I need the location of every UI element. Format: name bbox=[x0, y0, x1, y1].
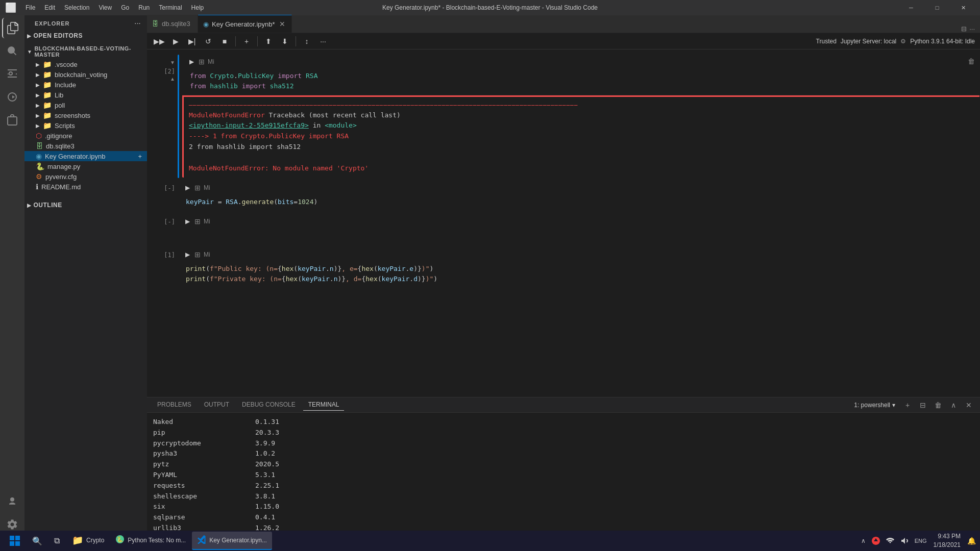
systray-notifications-icon[interactable]: 🔔 bbox=[965, 535, 977, 547]
sidebar-item-poll[interactable]: ▶ 📁 poll bbox=[24, 100, 147, 110]
menu-file[interactable]: File bbox=[21, 3, 39, 12]
maximize-button[interactable]: □ bbox=[925, 0, 949, 15]
tab-keygen[interactable]: ◉ Key Generator.ipynb* ✕ bbox=[198, 15, 292, 33]
sidebar-item-screenshots[interactable]: ▶ 📁 screenshots bbox=[24, 110, 147, 120]
menu-terminal[interactable]: Terminal bbox=[155, 3, 186, 12]
tab-debug-console[interactable]: DEBUG CONSOLE bbox=[237, 399, 301, 411]
tab-output[interactable]: OUTPUT bbox=[199, 399, 234, 411]
new-file-icon[interactable]: + bbox=[138, 153, 142, 160]
run-button[interactable]: ▶ bbox=[168, 35, 183, 47]
tab-close-icon[interactable]: ✕ bbox=[278, 19, 286, 29]
kill-terminal-button[interactable]: 🗑 bbox=[932, 399, 944, 411]
python-taskbar-icon: 🐍 bbox=[115, 535, 125, 546]
open-editors-header[interactable]: ▶ OPEN EDITORS bbox=[24, 31, 147, 41]
tab-terminal[interactable]: TERMINAL bbox=[303, 399, 345, 411]
main-editor: 🗄 db.sqlite3 ◉ Key Generator.ipynb* ✕ ⊟ … bbox=[147, 15, 980, 540]
minimize-button[interactable]: ─ bbox=[899, 0, 923, 15]
cell-2-format-icon[interactable]: ⊞ bbox=[199, 58, 205, 66]
more-actions-button[interactable]: ··· bbox=[316, 35, 330, 47]
cell-print-format-icon[interactable]: ⊞ bbox=[194, 251, 201, 259]
menu-help[interactable]: Help bbox=[187, 3, 208, 12]
cell-2-code[interactable]: from Crypto.PublicKey import RSA from ha… bbox=[182, 68, 979, 95]
sidebar-item-lib[interactable]: ▶ 📁 Lib bbox=[24, 90, 147, 100]
menu-edit[interactable]: Edit bbox=[40, 3, 59, 12]
sidebar-more-icon[interactable]: ··· bbox=[135, 20, 141, 27]
project-header[interactable]: ▼ BLOCKCHAIN-BASED-E-VOTING-MASTER bbox=[24, 44, 147, 59]
systray-language-label[interactable]: ENG bbox=[913, 535, 929, 547]
term-row-pysha3: pysha3 1.0.2 bbox=[153, 448, 974, 459]
systray-vivaldi-icon[interactable] bbox=[870, 535, 882, 547]
taskbar-taskview-button[interactable]: ⧉ bbox=[47, 532, 66, 550]
cell-keypair-code[interactable]: keyPair = RSA.generate(bits=1024) bbox=[178, 194, 979, 211]
move-down-button[interactable]: ⬇ bbox=[278, 35, 292, 47]
menu-selection[interactable]: Selection bbox=[60, 3, 93, 12]
jupyter-server-settings-icon[interactable]: ⚙ bbox=[900, 38, 906, 45]
sidebar-item-scripts[interactable]: ▶ 📁 Scripts bbox=[24, 120, 147, 131]
cell-keypair-number: [-] bbox=[164, 185, 175, 192]
run-next-button[interactable]: ▶| bbox=[185, 35, 199, 47]
sidebar-item-readme[interactable]: ℹ README.md bbox=[24, 182, 147, 192]
close-terminal-button[interactable]: ✕ bbox=[963, 399, 975, 411]
sidebar-item-blockchain-voting[interactable]: ▶ 📁 blockchain_voting bbox=[24, 69, 147, 80]
output-line-4: 2 from hashlib import sha512 bbox=[189, 142, 972, 153]
systray-network-icon[interactable] bbox=[884, 535, 896, 547]
menu-run[interactable]: Run bbox=[134, 3, 154, 12]
cell-print-line-1: print(f"Public key: (n={hex(keyPair.n)},… bbox=[186, 264, 972, 274]
terminal-dropdown[interactable]: 1: powershell ▾ bbox=[851, 400, 898, 410]
sidebar-item-include[interactable]: ▶ 📁 Include bbox=[24, 80, 147, 90]
search-activity-icon[interactable] bbox=[2, 41, 22, 61]
cell-print-run-button[interactable]: ▶ bbox=[182, 249, 192, 260]
cell-2-delete-icon[interactable]: 🗑 bbox=[968, 57, 975, 65]
clock[interactable]: 9:43 PM 1/18/2021 bbox=[931, 532, 963, 549]
cell-2-fold-icon[interactable]: ▼ bbox=[168, 60, 175, 67]
sidebar-item-manage[interactable]: 🐍 manage.py bbox=[24, 161, 147, 171]
cell-2-run-button[interactable]: ▶ bbox=[186, 57, 197, 67]
cell-2-output-content: ────────────────────────────────────────… bbox=[182, 97, 979, 178]
cell-keypair-format-icon[interactable]: ⊞ bbox=[194, 184, 201, 192]
taskbar-app-explorer[interactable]: 📁 Crypto bbox=[67, 532, 109, 550]
outline-header[interactable]: ▶ OUTLINE bbox=[24, 200, 147, 210]
cell-empty-code[interactable] bbox=[178, 228, 979, 245]
sidebar-item-vscode[interactable]: ▶ 📁 .vscode bbox=[24, 59, 147, 69]
maximize-terminal-button[interactable]: ∧ bbox=[947, 399, 960, 411]
systray-volume-icon[interactable] bbox=[898, 535, 911, 547]
systray-show-hidden-icon[interactable]: ∧ bbox=[859, 537, 868, 544]
sidebar-item-pyvenv[interactable]: ⚙ pyvenv.cfg bbox=[24, 171, 147, 182]
more-tabs-icon[interactable]: ··· bbox=[969, 25, 975, 33]
cell-print-code[interactable]: print(f"Public key: (n={hex(keyPair.n)},… bbox=[178, 261, 979, 288]
sidebar-item-db[interactable]: 🗄 db.sqlite3 bbox=[24, 141, 147, 151]
terminal-content: Naked 0.1.31 pip 20.3.3 pycryptodome 3.9… bbox=[147, 413, 980, 540]
stop-button[interactable]: ■ bbox=[217, 35, 232, 47]
cell-empty-run-button[interactable]: ▶ bbox=[182, 216, 192, 227]
taskbar-app-vscode[interactable]: Key Generator.ipyn... bbox=[192, 532, 272, 550]
sidebar-item-gitignore[interactable]: ⬡ .gitignore bbox=[24, 131, 147, 141]
tab-db[interactable]: 🗄 db.sqlite3 bbox=[147, 15, 198, 33]
new-terminal-button[interactable]: + bbox=[901, 399, 914, 411]
cell-empty-format-icon[interactable]: ⊞ bbox=[194, 217, 201, 226]
run-all-button[interactable]: ▶▶ bbox=[152, 35, 166, 47]
menu-go[interactable]: Go bbox=[117, 3, 133, 12]
account-activity-icon[interactable] bbox=[2, 491, 22, 512]
cell-print-line-2: print(f"Private key: (n={hex(keyPair.n)}… bbox=[186, 274, 972, 284]
source-control-activity-icon[interactable] bbox=[2, 64, 22, 84]
split-editor-icon[interactable]: ⊟ bbox=[961, 25, 967, 33]
run-debug-activity-icon[interactable] bbox=[2, 87, 22, 107]
taskbar-app-python[interactable]: 🐍 Python Tests: No m... bbox=[110, 532, 191, 550]
pkg-name-pysha3: pysha3 bbox=[153, 448, 255, 459]
explorer-activity-icon[interactable] bbox=[2, 18, 22, 38]
outline-chevron-icon: ▶ bbox=[27, 203, 32, 208]
move-up-button[interactable]: ⬆ bbox=[261, 35, 276, 47]
cell-2-fold-bottom-icon[interactable]: ▲ bbox=[168, 76, 175, 83]
sidebar-item-keygen[interactable]: ◉ Key Generator.ipynb + bbox=[24, 151, 147, 161]
cell-keypair-run-button[interactable]: ▶ bbox=[182, 183, 192, 193]
toggle-output-button[interactable]: ↕ bbox=[300, 35, 314, 47]
tab-problems[interactable]: PROBLEMS bbox=[152, 399, 197, 411]
menu-view[interactable]: View bbox=[94, 3, 116, 12]
split-terminal-button[interactable]: ⊟ bbox=[917, 399, 929, 411]
add-cell-button[interactable]: + bbox=[239, 35, 254, 47]
restart-button[interactable]: ↺ bbox=[201, 35, 215, 47]
start-button[interactable] bbox=[3, 532, 27, 550]
close-button[interactable]: ✕ bbox=[951, 0, 975, 15]
taskbar-search-button[interactable]: 🔍 bbox=[28, 532, 46, 550]
extensions-activity-icon[interactable] bbox=[2, 110, 22, 130]
